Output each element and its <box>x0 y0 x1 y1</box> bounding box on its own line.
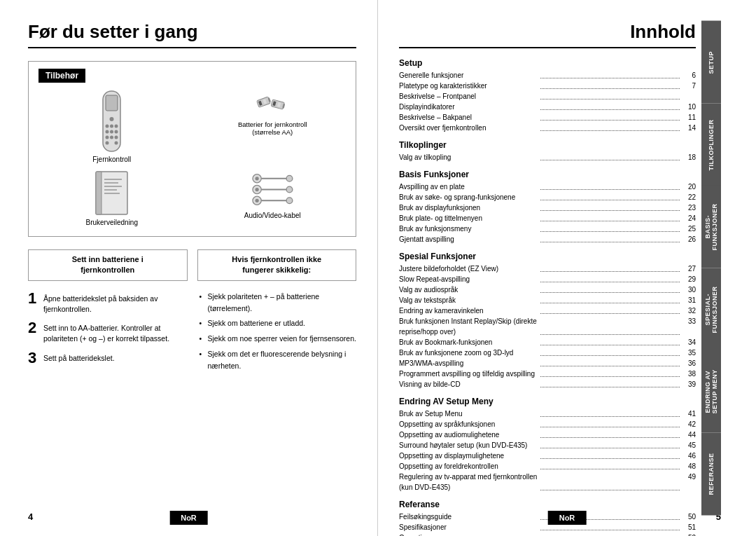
instructions-area: Sett inn batteriene i fjernkontrollen Hv… <box>28 249 356 281</box>
step-3: 3 Sett på batteridekslet. <box>28 350 186 366</box>
steps-right-col: • Sjekk polariteten + – på batteriene (t… <box>200 291 357 376</box>
toc-item: Bruk av funksjonene zoom og 3D-lyd35 <box>399 348 696 358</box>
svg-point-33 <box>255 188 259 191</box>
toc-item: Visning av bilde-CD39 <box>399 379 696 390</box>
toc-tilkoplinger-title: Tilkoplinger <box>399 140 696 150</box>
accessories-box: Tilbehør <box>28 61 356 237</box>
toc-item: Bruk funksjonen Instant Replay/Skip (dir… <box>399 316 696 337</box>
bullet-3: • Sjekk om noe sperrer veien for fjernse… <box>200 333 357 345</box>
svg-point-9 <box>106 136 109 139</box>
step-3-number: 3 <box>28 350 39 366</box>
toc-item: Endring av kameravinkelen32 <box>399 305 696 316</box>
toc-item: Valg av tilkopling18 <box>399 152 696 163</box>
svg-rect-27 <box>104 189 117 191</box>
toc-item: Justere bildeforholdet (EZ View)27 <box>399 263 696 274</box>
accessories-grid: Fjernkontroll <box>38 90 346 226</box>
remote-icon <box>92 90 131 153</box>
battery-icon <box>255 90 290 118</box>
steps-left-col: 1 Åpne batteridekslet på baksiden av fje… <box>28 291 186 376</box>
svg-point-3 <box>106 125 109 128</box>
toc-item: Oppsetting av audiomulighetene44 <box>399 430 696 440</box>
bullet-2: • Sjekk om batteriene er utladd. <box>200 317 357 329</box>
side-tab-basis[interactable]: BASIS- FUNKSJONER <box>701 186 721 268</box>
left-page-number: 4 <box>28 511 33 522</box>
svg-point-6 <box>115 130 118 134</box>
toc-item: Displayindikatorer10 <box>399 102 696 112</box>
accessory-battery: Batterier for jernkontroll (størrelse AA… <box>200 90 346 163</box>
accessory-cable: Audio/Video-kabel <box>200 170 346 226</box>
toc-basis-title: Basis Funksjoner <box>399 170 696 179</box>
cable-icon <box>248 170 297 209</box>
toc-item: Gjentatt avspilling26 <box>399 234 696 245</box>
step-1: 1 Åpne batteridekslet på baksiden av fje… <box>28 291 186 315</box>
toc-item: Oppsetting av displaymulighetene46 <box>399 451 696 461</box>
svg-point-12 <box>106 142 109 145</box>
remote-label: Fjernkontroll <box>92 156 131 163</box>
bullet-4: • Sjekk om det er fluorescerende belysni… <box>200 348 357 372</box>
side-tab-tilkoplinger[interactable]: TILKOPLINGER <box>701 104 721 186</box>
toc-item: Bruk plate- og tittelmenyen24 <box>399 213 696 224</box>
svg-point-13 <box>115 142 118 145</box>
svg-point-11 <box>110 136 113 139</box>
left-page-title: Før du setter i gang <box>28 21 356 48</box>
toc-item: Bruk av Setup Menu41 <box>399 408 696 419</box>
svg-point-40 <box>286 198 293 204</box>
svg-rect-24 <box>104 179 122 180</box>
toc-item: Platetype og karakteristikker7 <box>399 81 696 91</box>
toc-item: Generelle funksjoner6 <box>399 70 696 81</box>
toc-item: Regulering av tv-apparat med fjernkontro… <box>399 472 696 493</box>
svg-point-8 <box>110 130 113 134</box>
svg-point-2 <box>110 117 114 121</box>
toc-item: Oversikt over fjernkontrollen14 <box>399 123 696 133</box>
step-2-text: Sett inn to AA-batterier. Kontroller at … <box>43 320 186 344</box>
bullet-1: • Sjekk polariteten + – på batteriene (t… <box>200 291 357 315</box>
toc-item: Oppsetting av foreldrekontrollen48 <box>399 461 696 472</box>
svg-point-39 <box>286 186 293 193</box>
right-page: Innhold Setup Generelle funksjoner6 Plat… <box>378 0 756 536</box>
side-tab-referanse[interactable]: REFERANSE <box>701 433 721 516</box>
toc-setup-title: Setup <box>399 58 696 68</box>
svg-point-7 <box>110 125 113 128</box>
toc-item: Bruk av displayfunksjonen23 <box>399 202 696 213</box>
toc-setup: Setup Generelle funksjoner6 Platetype og… <box>399 58 696 133</box>
toc-tilkoplinger: Tilkoplinger Valg av tilkopling18 <box>399 140 696 163</box>
svg-rect-1 <box>106 95 118 111</box>
toc-item: Oppsetting av språkfunksjonen42 <box>399 419 696 430</box>
svg-point-10 <box>115 136 118 139</box>
svg-point-36 <box>255 199 259 202</box>
accessory-remote: Fjernkontroll <box>38 90 186 163</box>
left-page: Før du setter i gang Tilbehør <box>0 0 378 536</box>
svg-rect-28 <box>104 193 120 194</box>
toc-item: Bruk av Bookmark-funksjonen34 <box>399 337 696 348</box>
side-tab-spesial[interactable]: SPESIAL- FUNKSJONER <box>701 268 721 351</box>
toc-item: Programmert avspilling og tilfeldig avsp… <box>399 369 696 379</box>
instruction-box-troubleshoot: Hvis fjernkontrollen ikke fungerer skikk… <box>197 249 357 281</box>
toc-item: Beskrivelse – Bakpanel11 <box>399 112 696 123</box>
toc-basis: Basis Funksjoner Avspilling av en plate2… <box>399 170 696 245</box>
nor-badge-right: NoR <box>548 511 587 525</box>
svg-point-30 <box>255 177 259 180</box>
toc-spesial: Spesial Funksjoner Justere bildeforholde… <box>399 252 696 390</box>
toc-item: Valg av audiospråk30 <box>399 284 696 295</box>
toc-item: Garanti52 <box>399 532 696 536</box>
nor-badge-left: NoR <box>169 511 208 525</box>
step-2-number: 2 <box>28 320 39 344</box>
toc-item: Valg av tekstspråk31 <box>399 295 696 305</box>
side-tab-setup[interactable]: SETUP <box>701 21 721 104</box>
toc-referanse-title: Referanse <box>399 500 696 509</box>
step-2: 2 Sett inn to AA-batterier. Kontroller a… <box>28 320 186 344</box>
right-page-content: Innhold Setup Generelle funksjoner6 Plat… <box>399 21 696 515</box>
toc-item: Bruk av funksjonsmeny25 <box>399 224 696 234</box>
toc-spesial-title: Spesial Funksjoner <box>399 252 696 261</box>
toc-item: Slow Repeat-avspilling29 <box>399 274 696 284</box>
toc-endring-title: Endring AV Setup Meny <box>399 397 696 406</box>
svg-point-38 <box>286 175 293 181</box>
right-page-title: Innhold <box>399 21 696 48</box>
side-tab-endring[interactable]: ENDRING AV SETUP MENY <box>701 350 721 433</box>
toc-item: MP3/WMA-avspilling36 <box>399 358 696 369</box>
svg-point-5 <box>106 130 109 134</box>
step-1-number: 1 <box>28 291 39 315</box>
toc-item: Bruk av søke- og sprang-funksjonene22 <box>399 192 696 202</box>
step-1-text: Åpne batteridekslet på baksiden av fjern… <box>43 291 186 315</box>
accessory-manual: Brukerveiledning <box>38 170 186 226</box>
